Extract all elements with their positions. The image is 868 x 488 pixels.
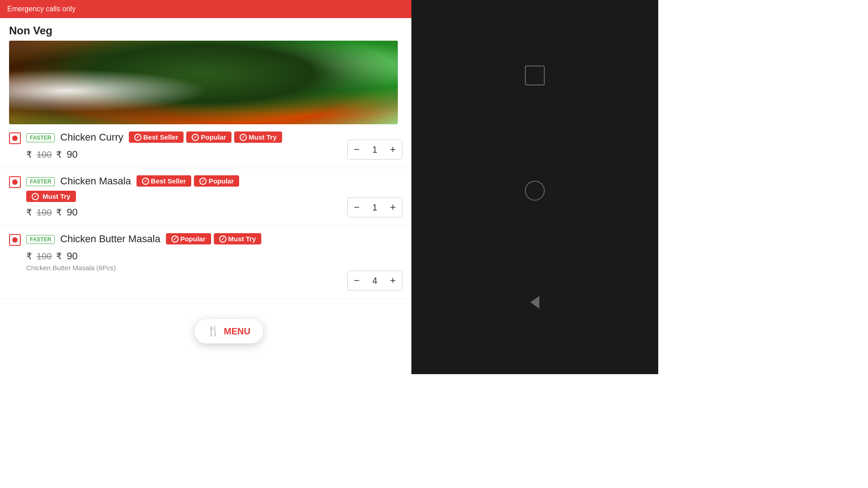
food-image — [9, 41, 398, 124]
must-try-tag: ✓ Must Try — [234, 131, 282, 143]
decrease-button[interactable]: − — [348, 271, 366, 290]
popular-tag: ✓ Popular — [186, 131, 231, 143]
price-discounted: 90 — [66, 206, 77, 218]
veg-dot — [12, 237, 18, 243]
decrease-button[interactable]: − — [348, 140, 366, 159]
menu-label: MENU — [224, 326, 250, 337]
check-icon: ✓ — [134, 134, 142, 141]
item-name: Chicken Butter Masala — [60, 233, 160, 245]
popular-tag: ✓ Popular — [194, 175, 239, 187]
increase-button[interactable]: + — [384, 140, 402, 159]
item-header: FASTER Chicken Butter Masala ✓ Popular ✓… — [9, 233, 402, 246]
price-discounted: 90 — [66, 149, 77, 160]
circle-nav-icon[interactable] — [525, 181, 545, 201]
quantity-value: 4 — [366, 271, 384, 290]
tags-inline: ✓ Best Seller ✓ Popular ✓ Must Try — [129, 131, 282, 143]
price-original: 100 — [37, 251, 52, 262]
item-header: FASTER Chicken Curry ✓ Best Seller ✓ Pop… — [9, 131, 402, 144]
menu-icon: 🍴 — [207, 325, 219, 337]
square-nav-icon[interactable] — [525, 66, 545, 85]
price-original: 100 — [37, 207, 52, 218]
section-title: Non Veg — [9, 24, 52, 37]
best-seller-tag: ✓ Best Seller — [137, 175, 192, 187]
quantity-value: 1 — [366, 140, 384, 159]
veg-dot — [12, 136, 18, 141]
menu-item-chicken-curry: FASTER Chicken Curry ✓ Best Seller ✓ Pop… — [0, 124, 411, 168]
must-try-tag: ✓ Must Try — [26, 191, 76, 202]
check-icon: ✓ — [240, 134, 247, 141]
veg-indicator — [9, 234, 21, 246]
back-nav-icon[interactable] — [530, 296, 539, 309]
quantity-control[interactable]: − 1 + — [347, 140, 402, 160]
tags-inline: ✓ Best Seller ✓ Popular — [137, 175, 239, 187]
increase-button[interactable]: + — [384, 271, 402, 290]
check-icon: ✓ — [219, 235, 226, 243]
veg-indicator — [9, 176, 21, 188]
faster-badge: FASTER — [26, 177, 55, 186]
right-panel — [411, 0, 658, 374]
item-name: Chicken Masala — [60, 175, 131, 187]
main-content: Non Veg FASTER Chicken Curry ✓ Best Sell… — [0, 18, 411, 374]
popular-tag: ✓ Popular — [166, 233, 211, 244]
item-name: Chicken Curry — [60, 131, 123, 143]
best-seller-tag: ✓ Best Seller — [129, 131, 184, 143]
menu-item-chicken-masala: FASTER Chicken Masala ✓ Best Seller ✓ Po… — [0, 168, 411, 226]
tags-inline: ✓ Popular ✓ Must Try — [166, 233, 262, 244]
check-icon: ✓ — [199, 178, 207, 185]
price-original: 100 — [37, 150, 52, 160]
faster-badge: FASTER — [26, 133, 55, 142]
food-image-inner — [9, 41, 398, 124]
emergency-text: Emergency calls only — [7, 5, 75, 13]
floating-menu-button[interactable]: 🍴 MENU — [194, 319, 263, 343]
item-description: Chicken Butter Masala (6Pcs) — [9, 264, 402, 272]
decrease-button[interactable]: − — [348, 198, 366, 217]
price-discounted: 90 — [66, 250, 77, 262]
menu-item-chicken-butter-masala: FASTER Chicken Butter Masala ✓ Popular ✓… — [0, 226, 411, 299]
check-icon: ✓ — [171, 235, 179, 243]
faster-badge: FASTER — [26, 235, 55, 244]
check-icon: ✓ — [32, 193, 39, 200]
quantity-control[interactable]: − 4 + — [347, 271, 402, 291]
price-row: ₹ 100 ₹ 90 — [9, 206, 402, 218]
check-icon: ✓ — [192, 134, 199, 141]
section-header: Non Veg — [0, 18, 411, 41]
veg-dot — [12, 179, 18, 185]
item-header: FASTER Chicken Masala ✓ Best Seller ✓ Po… — [9, 175, 402, 188]
price-row: ₹ 100 ₹ 90 — [9, 149, 402, 160]
must-try-tag: ✓ Must Try — [214, 233, 262, 244]
price-row: ₹ 100 ₹ 90 — [9, 250, 402, 262]
quantity-control[interactable]: − 1 + — [347, 197, 402, 217]
quantity-value: 1 — [366, 198, 384, 217]
check-icon: ✓ — [142, 178, 149, 185]
increase-button[interactable]: + — [384, 198, 402, 217]
veg-indicator — [9, 132, 21, 144]
